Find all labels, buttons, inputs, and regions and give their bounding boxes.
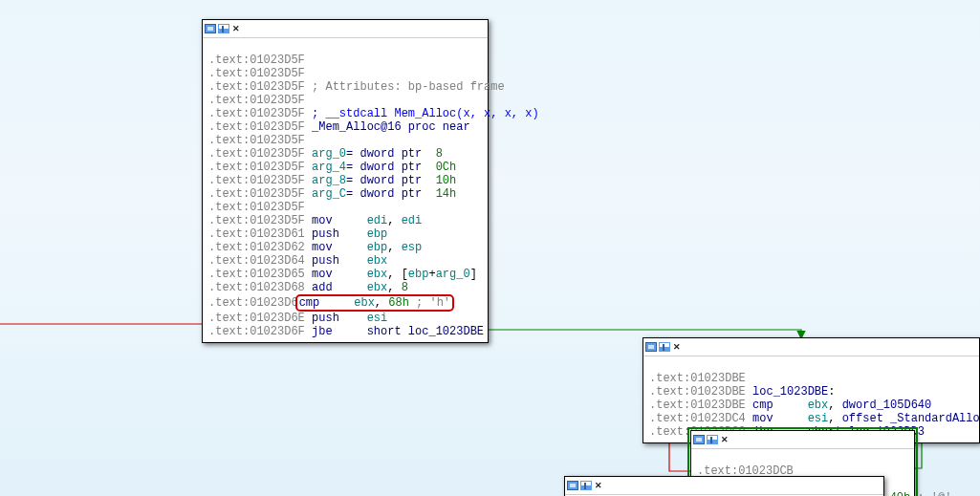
window-icon [693, 435, 705, 444]
window-icon [205, 24, 216, 33]
graph-icon [580, 481, 592, 490]
code-body: .text:01023D5F .text:01023D5F .text:0102… [203, 38, 488, 342]
window-icon [567, 481, 578, 490]
close-icon[interactable]: ✕ [672, 342, 682, 352]
node-header: ✕ [565, 477, 883, 495]
node-header: ✕ [643, 338, 979, 356]
highlighted-cmp: cmp ebx, 68h ; 'h' [295, 294, 454, 312]
node-loc-1023dd3[interactable]: ✕ .text:01023DD3 [564, 476, 884, 496]
graph-icon [218, 24, 229, 33]
node-header: ✕ [691, 431, 914, 449]
close-icon[interactable]: ✕ [720, 435, 730, 444]
node-header: ✕ [203, 20, 488, 38]
graph-icon [659, 342, 670, 352]
node-loc-1023dbe[interactable]: ✕ .text:01023DBE .text:01023DBE loc_1023… [642, 337, 980, 443]
graph-icon [707, 435, 718, 444]
node-mem-alloc[interactable]: ✕ .text:01023D5F .text:01023D5F .text:01… [202, 19, 489, 343]
window-icon [645, 342, 657, 352]
close-icon[interactable]: ✕ [594, 481, 603, 490]
close-icon[interactable]: ✕ [231, 24, 241, 33]
